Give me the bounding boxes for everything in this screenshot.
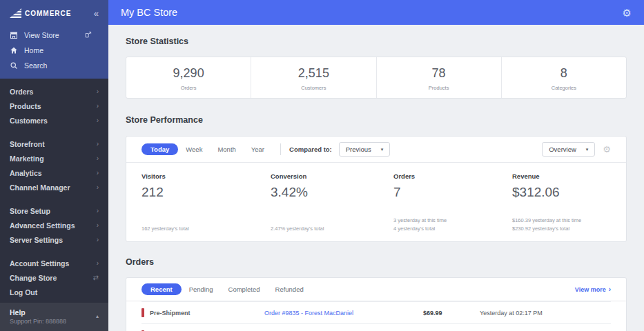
stat-products: 78 Products (377, 57, 502, 98)
stat-value: 2,515 (251, 66, 375, 81)
metric-conversion: Conversion 3.42% 2.47% yesterday's total (271, 172, 393, 233)
stat-label: Categories (502, 85, 626, 91)
metric-visitors: Visitors 212 162 yesterday's total (142, 172, 271, 233)
stat-label: Products (377, 85, 501, 91)
sidebar-item-customers[interactable]: Customers› (0, 113, 108, 128)
stat-orders: 9,290 Orders (126, 57, 251, 98)
search-icon (10, 61, 18, 70)
sidebar: COMMERCE « View Store Home Search Orde (0, 0, 108, 331)
chevron-right-icon: › (609, 285, 611, 293)
sidebar-item-account-settings[interactable]: Account Settings› (0, 256, 108, 270)
gear-icon[interactable]: ⚙ (623, 8, 632, 18)
header-bar: My BC Store ⚙ (108, 0, 644, 25)
logo-row: COMMERCE « (0, 0, 108, 28)
sidebar-item-change-store[interactable]: Change Store⇄ (0, 270, 108, 285)
sidebar-item-marketing[interactable]: Marketing› (0, 151, 108, 166)
sidebar-item-products[interactable]: Products› (0, 99, 108, 113)
table-row: Pre-Shipment Order #9834 - Tacitus Cornb… (142, 323, 611, 331)
stat-value: 78 (377, 66, 501, 81)
search-label: Search (24, 61, 47, 70)
metric-revenue: Revenue $312.06 $160.39 yesterday at thi… (512, 172, 611, 233)
page-title: My BC Store (121, 7, 177, 18)
home-icon (10, 46, 18, 54)
status-badge (142, 308, 144, 317)
sidebar-item-log-out[interactable]: Log Out (0, 285, 108, 299)
tab-recent[interactable]: Recent (142, 283, 182, 295)
external-link-icon (84, 31, 92, 39)
tab-refunded[interactable]: Refunded (268, 283, 311, 295)
chevron-right-icon: › (97, 183, 99, 191)
performance-toolbar: Today Week Month Year Compared to: Previ… (126, 137, 626, 163)
tab-completed[interactable]: Completed (221, 283, 268, 295)
chevron-right-icon: › (97, 259, 99, 267)
sidebar-item-channel-manager[interactable]: Channel Manager› (0, 180, 108, 194)
performance-metrics: Visitors 212 162 yesterday's total Conve… (126, 163, 626, 241)
chevron-right-icon: › (97, 102, 99, 110)
store-statistics-card: 9,290 Orders 2,515 Customers 78 Products… (126, 57, 627, 99)
chevron-right-icon: › (97, 207, 99, 214)
sidebar-item-search[interactable]: Search (0, 58, 108, 73)
sidebar-item-analytics[interactable]: Analytics› (0, 166, 108, 180)
compared-to-select[interactable]: Previous ▾ (339, 142, 390, 157)
order-price: $69.99 (423, 310, 465, 317)
chevron-right-icon: › (97, 88, 99, 95)
gear-icon[interactable]: ⚙ (603, 144, 611, 154)
chevron-down-icon: ▾ (381, 147, 384, 152)
sidebar-item-storefront[interactable]: Storefront› (0, 137, 108, 151)
order-link[interactable]: Order #9835 - Forest MacDaniel (264, 310, 423, 317)
stat-customers: 2,515 Customers (251, 57, 376, 98)
sidebar-collapse-button[interactable]: « (94, 9, 99, 18)
stat-label: Customers (251, 85, 375, 91)
help-title: Help (10, 308, 66, 317)
view-store-label: View Store (24, 31, 59, 39)
chevron-right-icon: › (97, 169, 99, 177)
sidebar-item-home[interactable]: Home (0, 43, 108, 58)
orders-tabs: Recent Pending Completed Refunded View m… (126, 278, 626, 301)
stat-value: 8 (502, 66, 626, 81)
sidebar-item-view-store[interactable]: View Store (0, 28, 108, 43)
sidebar-help-section[interactable]: Help Support Pin: 888888 ▴ (0, 303, 108, 331)
view-more-link[interactable]: View more› (575, 285, 611, 293)
chevron-right-icon: › (97, 140, 99, 148)
stat-label: Orders (126, 85, 251, 91)
tab-today[interactable]: Today (142, 143, 178, 155)
storefront-icon (10, 31, 18, 39)
overview-select[interactable]: Overview ▾ (542, 142, 595, 157)
store-performance-card: Today Week Month Year Compared to: Previ… (126, 136, 627, 242)
order-date: Yesterday at 02:17 PM (465, 310, 611, 317)
store-performance-title: Store Performance (126, 115, 627, 125)
swap-icon: ⇄ (93, 274, 99, 281)
sidebar-menu: Orders› Products› Customers› Storefront›… (0, 79, 108, 303)
orders-card: Recent Pending Completed Refunded View m… (126, 277, 627, 331)
compared-to-label: Compared to: (289, 146, 332, 153)
chevron-right-icon: › (97, 117, 99, 124)
tab-pending[interactable]: Pending (182, 283, 221, 295)
bigcommerce-logo-icon (10, 8, 21, 18)
orders-title: Orders (126, 257, 627, 267)
sidebar-item-orders[interactable]: Orders› (0, 84, 108, 99)
store-statistics-title: Store Statistics (126, 37, 627, 46)
main-content: Store Statistics 9,290 Orders 2,515 Cust… (108, 25, 644, 331)
chevron-right-icon: › (97, 154, 99, 162)
divider (280, 143, 281, 155)
bigcommerce-logo-text: COMMERCE (25, 10, 71, 17)
support-pin: Support Pin: 888888 (10, 317, 66, 325)
chevron-down-icon: ▾ (586, 147, 589, 152)
sidebar-item-server-settings[interactable]: Server Settings› (0, 232, 108, 247)
order-status: Pre-Shipment (142, 308, 264, 317)
sidebar-item-advanced-settings[interactable]: Advanced Settings› (0, 218, 108, 232)
tab-month[interactable]: Month (210, 143, 243, 155)
tab-year[interactable]: Year (244, 143, 272, 155)
stat-value: 9,290 (126, 66, 251, 81)
sidebar-top-section: COMMERCE « View Store Home Search (0, 0, 108, 79)
sidebar-item-store-setup[interactable]: Store Setup› (0, 203, 108, 218)
chevron-right-icon: › (97, 221, 99, 229)
chevron-up-icon: ▴ (96, 313, 99, 319)
table-row: Pre-Shipment Order #9835 - Forest MacDan… (142, 301, 611, 323)
stat-categories: 8 Categories (502, 57, 626, 98)
tab-week[interactable]: Week (178, 143, 210, 155)
metric-orders: Orders 7 3 yesterday at this time 4 yest… (393, 172, 512, 233)
chevron-right-icon: › (97, 236, 99, 243)
home-label: Home (24, 46, 43, 54)
